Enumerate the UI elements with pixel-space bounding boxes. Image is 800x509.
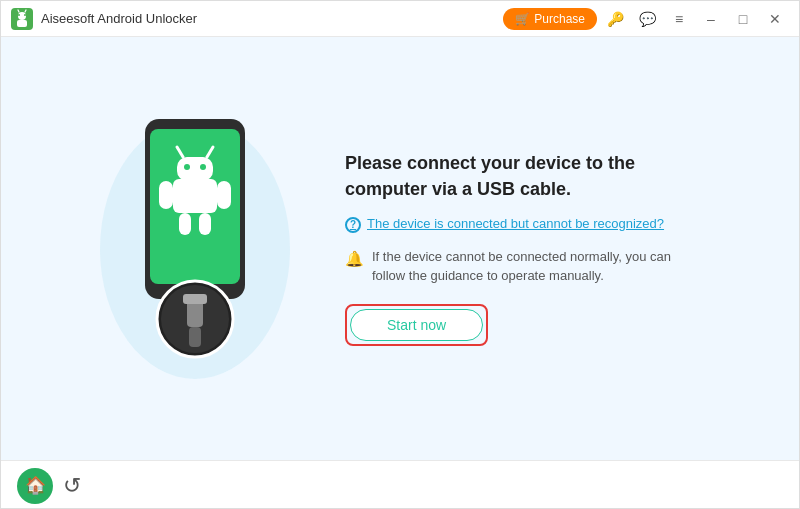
main-heading: Please connect your device to the comput… xyxy=(345,151,705,201)
app-logo-icon xyxy=(11,8,33,30)
home-icon: 🏠 xyxy=(25,475,46,496)
device-link[interactable]: ? The device is connected but cannot be … xyxy=(345,216,705,233)
maximize-button[interactable]: □ xyxy=(729,5,757,33)
back-icon: ↺ xyxy=(63,473,81,499)
svg-point-4 xyxy=(24,14,26,16)
guidance-text: If the device cannot be connected normal… xyxy=(372,247,705,286)
close-button[interactable]: ✕ xyxy=(761,5,789,33)
svg-rect-2 xyxy=(17,20,27,27)
menu-icon-button[interactable]: ≡ xyxy=(665,5,693,33)
svg-point-3 xyxy=(18,14,20,16)
phone-illustration xyxy=(95,99,295,399)
start-now-highlight: Start now xyxy=(345,304,488,346)
start-now-button[interactable]: Start now xyxy=(350,309,483,341)
svg-point-12 xyxy=(184,164,190,170)
device-link-text: The device is connected but cannot be re… xyxy=(367,216,664,231)
titlebar-right: 🛒 Purchase 🔑 💬 ≡ – □ ✕ xyxy=(503,5,789,33)
question-circle-icon: ? xyxy=(345,217,361,233)
purchase-button[interactable]: 🛒 Purchase xyxy=(503,8,597,30)
app-title: Aiseesoft Android Unlocker xyxy=(41,11,197,26)
home-button[interactable]: 🏠 xyxy=(17,468,53,504)
svg-rect-23 xyxy=(183,294,207,304)
back-button[interactable]: ↺ xyxy=(63,473,81,499)
svg-rect-11 xyxy=(177,157,213,181)
right-panel: Please connect your device to the comput… xyxy=(345,151,705,345)
bell-icon: 🔔 xyxy=(345,248,364,271)
svg-point-13 xyxy=(200,164,206,170)
svg-rect-17 xyxy=(217,181,231,209)
cart-icon: 🛒 xyxy=(515,12,530,26)
svg-rect-16 xyxy=(159,181,173,209)
titlebar: Aiseesoft Android Unlocker 🛒 Purchase 🔑 … xyxy=(1,1,799,37)
footer-bar: 🏠 ↺ xyxy=(1,460,799,509)
key-icon-button[interactable]: 🔑 xyxy=(601,5,629,33)
chat-icon-button[interactable]: 💬 xyxy=(633,5,661,33)
main-content: Please connect your device to the comput… xyxy=(1,37,799,460)
svg-rect-24 xyxy=(189,327,201,347)
guidance-row: 🔔 If the device cannot be connected norm… xyxy=(345,247,705,286)
svg-rect-10 xyxy=(173,179,217,213)
minimize-button[interactable]: – xyxy=(697,5,725,33)
svg-rect-18 xyxy=(179,213,191,235)
titlebar-left: Aiseesoft Android Unlocker xyxy=(11,8,197,30)
svg-point-1 xyxy=(18,12,26,20)
phone-svg xyxy=(95,99,295,399)
svg-rect-19 xyxy=(199,213,211,235)
